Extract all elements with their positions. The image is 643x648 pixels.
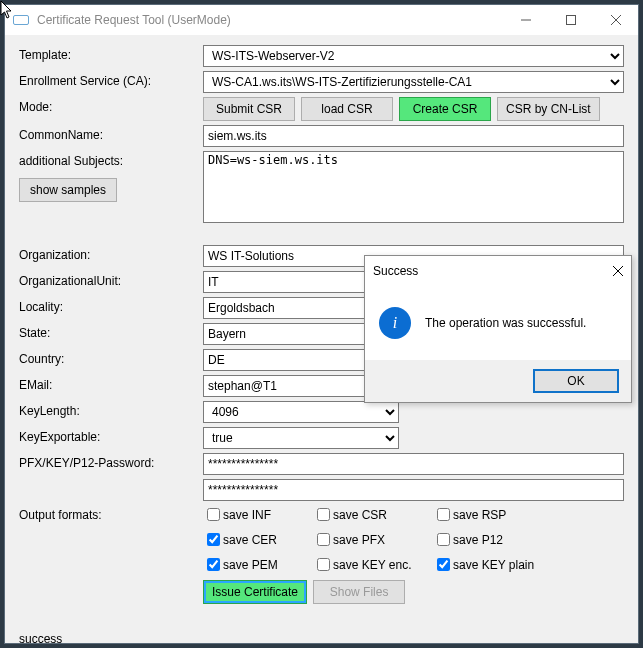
dialog-close-button[interactable] xyxy=(613,263,623,279)
app-icon xyxy=(13,15,29,25)
close-button[interactable] xyxy=(593,5,638,35)
create-csr-button[interactable]: Create CSR xyxy=(399,97,491,121)
label-addsubj: additional Subjects: xyxy=(19,151,203,168)
minimize-icon xyxy=(521,15,531,25)
chk-save-p12[interactable]: save P12 xyxy=(433,530,573,549)
chk-save-csr[interactable]: save CSR xyxy=(313,505,433,524)
keyexportable-select[interactable]: true xyxy=(203,427,399,449)
window-title: Certificate Request Tool (UserMode) xyxy=(37,13,231,27)
issue-certificate-button[interactable]: Issue Certificate xyxy=(203,580,307,604)
label-state: State: xyxy=(19,323,203,340)
label-organization: Organization: xyxy=(19,245,203,262)
success-dialog: Success i The operation was successful. … xyxy=(364,255,632,403)
dialog-title: Success xyxy=(373,264,418,278)
info-icon: i xyxy=(379,307,411,339)
submit-csr-button[interactable]: Submit CSR xyxy=(203,97,295,121)
label-keylength: KeyLength: xyxy=(19,401,203,418)
chk-save-pem[interactable]: save PEM xyxy=(203,555,313,574)
label-commonname: CommonName: xyxy=(19,125,203,142)
chk-save-keyenc[interactable]: save KEY enc. xyxy=(313,555,433,574)
show-files-button: Show Files xyxy=(313,580,405,604)
chk-save-keyenc-box[interactable] xyxy=(317,558,330,571)
commonname-input[interactable] xyxy=(203,125,624,147)
label-mode: Mode: xyxy=(19,97,203,114)
label-pfxpass: PFX/KEY/P12-Password: xyxy=(19,453,203,470)
show-samples-button[interactable]: show samples xyxy=(19,178,117,202)
maximize-button[interactable] xyxy=(548,5,593,35)
chk-save-rsp-box[interactable] xyxy=(437,508,450,521)
output-formats-grid: save INF save CSR save RSP save CER save… xyxy=(203,505,573,574)
enrollment-select[interactable]: WS-CA1.ws.its\WS-ITS-Zertifizierungsstel… xyxy=(203,71,624,93)
status-text: success xyxy=(19,632,624,646)
chk-save-keyplain[interactable]: save KEY plain xyxy=(433,555,573,574)
minimize-button[interactable] xyxy=(503,5,548,35)
chk-save-cer-box[interactable] xyxy=(207,533,220,546)
label-template: Template: xyxy=(19,45,203,62)
addsubj-textarea[interactable]: DNS=ws-siem.ws.its xyxy=(203,151,624,223)
dialog-ok-button[interactable]: OK xyxy=(533,369,619,393)
chk-save-keyplain-box[interactable] xyxy=(437,558,450,571)
maximize-icon xyxy=(566,15,576,25)
label-outputformats: Output formats: xyxy=(19,505,203,522)
close-icon xyxy=(613,266,623,276)
label-locality: Locality: xyxy=(19,297,203,314)
chk-save-rsp[interactable]: save RSP xyxy=(433,505,573,524)
chk-save-inf[interactable]: save INF xyxy=(203,505,313,524)
chk-save-cer[interactable]: save CER xyxy=(203,530,313,549)
load-csr-button[interactable]: load CSR xyxy=(301,97,393,121)
label-ou: OrganizationalUnit: xyxy=(19,271,203,288)
label-keyexportable: KeyExportable: xyxy=(19,427,203,444)
dialog-message: The operation was successful. xyxy=(425,316,586,330)
svg-rect-1 xyxy=(566,16,575,25)
chk-save-p12-box[interactable] xyxy=(437,533,450,546)
label-enrollment: Enrollment Service (CA): xyxy=(19,71,203,88)
chk-save-csr-box[interactable] xyxy=(317,508,330,521)
csr-by-cnlist-button[interactable]: CSR by CN-List xyxy=(497,97,600,121)
pfxpass2-input[interactable] xyxy=(203,479,624,501)
titlebar: Certificate Request Tool (UserMode) xyxy=(5,5,638,35)
label-email: EMail: xyxy=(19,375,203,392)
keylength-select[interactable]: 4096 xyxy=(203,401,399,423)
chk-save-inf-box[interactable] xyxy=(207,508,220,521)
chk-save-pem-box[interactable] xyxy=(207,558,220,571)
chk-save-pfx[interactable]: save PFX xyxy=(313,530,433,549)
template-select[interactable]: WS-ITS-Webserver-V2 xyxy=(203,45,624,67)
close-icon xyxy=(611,15,621,25)
pfxpass1-input[interactable] xyxy=(203,453,624,475)
chk-save-pfx-box[interactable] xyxy=(317,533,330,546)
label-country: Country: xyxy=(19,349,203,366)
